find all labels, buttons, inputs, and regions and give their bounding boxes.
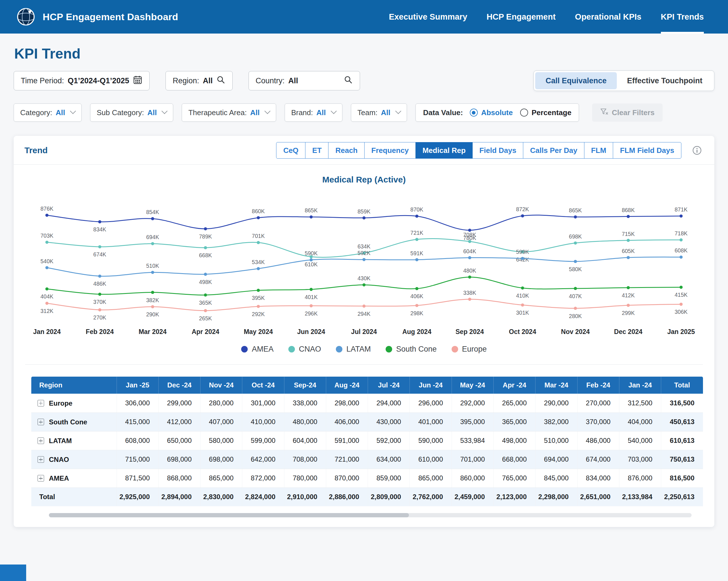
nav-item-executive-summary[interactable]: Executive Summary <box>389 0 467 33</box>
region-filter[interactable]: Region: All <box>165 71 233 90</box>
data-point[interactable] <box>310 215 313 218</box>
calendar-icon[interactable] <box>133 75 142 87</box>
expand-icon[interactable] <box>37 400 44 406</box>
team-filter[interactable]: Team:All <box>351 103 407 122</box>
search-icon[interactable] <box>216 75 226 86</box>
column-header-feb-24[interactable]: Feb -24 <box>577 377 619 394</box>
column-header-aug-24[interactable]: Aug -24 <box>326 377 368 394</box>
legend-item-cnao[interactable]: CNAO <box>288 345 321 353</box>
tab-field-days[interactable]: Field Days <box>472 142 523 159</box>
data-point[interactable] <box>415 258 418 261</box>
data-point[interactable] <box>680 303 683 306</box>
data-point[interactable] <box>98 245 101 248</box>
data-point[interactable] <box>363 258 366 261</box>
data-point[interactable] <box>468 256 471 259</box>
tab-flm[interactable]: FLM <box>584 142 614 159</box>
toggle-call-equivalence[interactable]: Call Equivalence <box>535 72 617 89</box>
data-point[interactable] <box>46 214 49 217</box>
toggle-effective-touchpoint[interactable]: Effective Touchpoint <box>617 72 713 89</box>
data-point[interactable] <box>415 238 418 241</box>
data-point[interactable] <box>151 217 154 220</box>
expand-icon[interactable] <box>37 456 44 463</box>
table-scrollbar-thumb[interactable] <box>49 513 409 517</box>
legend-item-south-cone[interactable]: South Cone <box>386 345 437 353</box>
data-point[interactable] <box>627 286 630 289</box>
data-point[interactable] <box>257 216 260 219</box>
tab-flm-field-days[interactable]: FLM Field Days <box>613 142 681 159</box>
nav-item-operational-kpis[interactable]: Operational KPIs <box>575 0 642 33</box>
sub-category-filter[interactable]: Sub Category:All <box>90 103 173 122</box>
data-point[interactable] <box>521 303 524 307</box>
data-point[interactable] <box>310 304 313 307</box>
data-point[interactable] <box>680 214 683 217</box>
data-point[interactable] <box>46 301 49 305</box>
column-header-jun-24[interactable]: Jun -24 <box>410 377 451 394</box>
tab-reach[interactable]: Reach <box>328 142 365 159</box>
data-point[interactable] <box>468 298 471 301</box>
data-point[interactable] <box>627 304 630 307</box>
data-point[interactable] <box>574 307 577 310</box>
data-point[interactable] <box>415 304 418 307</box>
data-point[interactable] <box>46 287 49 290</box>
tab-et[interactable]: ET <box>305 142 329 159</box>
category-filter[interactable]: Category:All <box>14 103 82 122</box>
data-point[interactable] <box>46 266 49 269</box>
radio-percentage[interactable]: Percentage <box>520 108 571 117</box>
data-point[interactable] <box>46 241 49 244</box>
data-point[interactable] <box>574 241 577 244</box>
legend-item-amea[interactable]: AMEA <box>241 345 274 353</box>
data-point[interactable] <box>98 274 101 278</box>
radio-absolute[interactable]: Absolute <box>470 108 513 117</box>
data-point[interactable] <box>151 242 154 245</box>
data-point[interactable] <box>468 229 471 232</box>
data-point[interactable] <box>680 238 683 241</box>
expand-icon[interactable] <box>37 438 44 444</box>
data-point[interactable] <box>468 275 471 279</box>
data-point[interactable] <box>98 309 101 312</box>
data-point[interactable] <box>98 220 101 223</box>
column-header-dec-24[interactable]: Dec -24 <box>158 377 200 394</box>
data-point[interactable] <box>363 216 366 219</box>
data-point[interactable] <box>310 288 313 291</box>
column-header-apr-24[interactable]: Apr -24 <box>494 377 536 394</box>
data-point[interactable] <box>415 287 418 290</box>
tab-frequency[interactable]: Frequency <box>364 142 416 159</box>
country-filter[interactable]: Country: All <box>249 71 360 90</box>
data-point[interactable] <box>627 239 630 242</box>
data-point[interactable] <box>257 241 260 244</box>
table-scrollbar-track[interactable] <box>49 513 692 517</box>
expand-icon[interactable] <box>37 475 44 481</box>
data-point[interactable] <box>627 215 630 218</box>
data-point[interactable] <box>468 240 471 243</box>
data-point[interactable] <box>151 271 154 274</box>
column-header-mar-24[interactable]: Mar -24 <box>536 377 577 394</box>
info-icon[interactable] <box>692 146 702 155</box>
column-header-jan-25[interactable]: Jan -25 <box>116 377 158 394</box>
data-point[interactable] <box>627 256 630 259</box>
nav-item-kpi-trends[interactable]: KPI Trends <box>661 0 704 33</box>
data-point[interactable] <box>415 215 418 218</box>
data-point[interactable] <box>98 293 101 296</box>
column-header-oct-24[interactable]: Oct -24 <box>242 377 284 394</box>
data-point[interactable] <box>574 215 577 218</box>
clear-filters-button[interactable]: Clear Filters <box>592 103 662 122</box>
data-point[interactable] <box>204 227 207 230</box>
nav-item-hcp-engagement[interactable]: HCP Engagement <box>487 0 556 33</box>
data-point[interactable] <box>680 256 683 259</box>
column-header-jan-24[interactable]: Jan -24 <box>619 377 661 394</box>
data-point[interactable] <box>680 286 683 289</box>
column-header-total[interactable]: Total <box>661 377 703 394</box>
tab-medical-rep[interactable]: Medical Rep <box>415 142 473 159</box>
tab-ceq[interactable]: CeQ <box>276 142 306 159</box>
time-period-filter[interactable]: Time Period: Q1’2024-Q1’2025 <box>14 71 150 90</box>
data-point[interactable] <box>521 257 524 260</box>
tab-calls-per-day[interactable]: Calls Per Day <box>523 142 584 159</box>
column-header-may-24[interactable]: May -24 <box>451 377 493 394</box>
expand-icon[interactable] <box>37 419 44 425</box>
data-point[interactable] <box>574 287 577 290</box>
column-header-jul-24[interactable]: Jul -24 <box>368 377 410 394</box>
brand-filter[interactable]: Brand:All <box>285 103 342 122</box>
data-point[interactable] <box>204 246 207 249</box>
data-point[interactable] <box>257 267 260 270</box>
column-header-region[interactable]: Region <box>31 377 116 394</box>
